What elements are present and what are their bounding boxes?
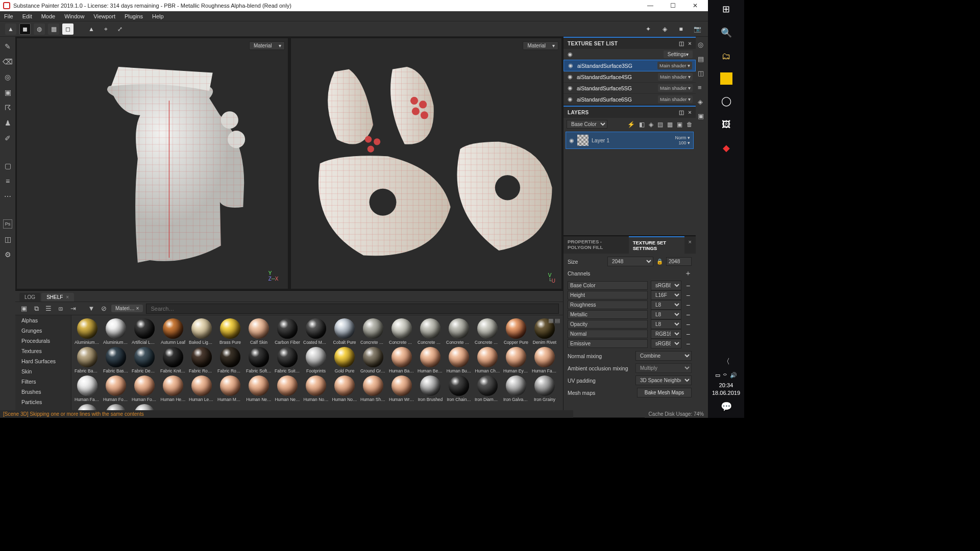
material-item[interactable]: Aluminium … [103, 318, 129, 345]
shader-select[interactable]: Main shader ▾ [658, 73, 693, 81]
material-item[interactable]: Concrete S… [475, 318, 500, 345]
expand-icon[interactable]: ⤢ [114, 23, 126, 35]
shader-select[interactable]: Main shader ▾ [658, 84, 693, 92]
viewport-material-dropdown-2d[interactable]: Material [523, 41, 558, 50]
remove-channel-icon[interactable]: − [684, 311, 692, 319]
menu-file[interactable]: File [4, 13, 13, 19]
material-item[interactable]: Human Bell… [418, 347, 443, 373]
rendermode-flat-icon[interactable]: ◻ [62, 23, 74, 35]
material-item[interactable]: Human He… [160, 375, 186, 402]
volume-icon[interactable]: 🔊 [730, 372, 737, 379]
texture-set-row[interactable]: ◉aiStandardSurface4SGMain shader ▾ [564, 71, 696, 83]
fx-icon[interactable]: ⚡ [627, 121, 635, 128]
substance-icon[interactable]: ◆ [719, 141, 733, 155]
delete-layer-icon[interactable]: 🗑 [687, 121, 693, 128]
material-item[interactable]: Calf Skin [246, 318, 272, 345]
stickynotes-icon[interactable] [720, 72, 732, 85]
taskbar-clock[interactable]: 20:34 18.06.2019 [712, 382, 740, 396]
viewport-2d[interactable]: Material [290, 38, 562, 289]
remove-channel-icon[interactable]: − [684, 301, 692, 309]
shelf-category[interactable]: Textures [15, 346, 71, 356]
material-item[interactable]: Human Bac… [389, 347, 414, 373]
windows-start-icon[interactable]: ⊞ [719, 2, 733, 16]
channel-select[interactable]: Base Color [567, 120, 607, 129]
visibility-icon[interactable]: ◉ [567, 73, 574, 80]
dock-shelf-icon[interactable]: ◎ [698, 41, 706, 49]
material-item[interactable]: Human Leg… [189, 375, 214, 402]
tab-properties[interactable]: PROPERTIES - POLYGON FILL [564, 236, 629, 254]
viewport-3d[interactable]: Material [16, 38, 288, 289]
camera-cube-icon[interactable]: ◈ [659, 23, 670, 35]
channel-format-select[interactable]: L16F [651, 290, 681, 300]
material-item[interactable]: Fabric Suit … [275, 347, 300, 373]
material-item[interactable]: Fabric Rou… [217, 347, 243, 373]
visibility-icon[interactable]: ◉ [567, 96, 574, 103]
adjust-icon[interactable]: ◈ [649, 121, 653, 128]
folder-icon[interactable]: ▣ [19, 304, 29, 313]
shader-select[interactable]: Main shader ▾ [658, 95, 693, 103]
material-item[interactable]: Aluminium … [75, 318, 100, 345]
menu-plugins[interactable]: Plugins [125, 13, 143, 19]
ps-export-icon[interactable]: Ps [3, 219, 12, 229]
remove-channel-icon[interactable]: − [684, 330, 692, 338]
lock-icon[interactable]: 🔒 [656, 258, 663, 265]
material-item[interactable]: Human Ne… [275, 375, 300, 402]
material-item[interactable]: Brass Pure [217, 318, 243, 345]
dock-texset-icon[interactable]: ▣ [698, 112, 706, 120]
material-item[interactable]: Iron Galvan… [503, 375, 529, 402]
eraser-tool-icon[interactable]: ⌫ [3, 57, 12, 66]
material-item[interactable]: Human For… [132, 375, 157, 402]
import-icon[interactable]: ⇥ [68, 304, 78, 313]
shelf-category[interactable]: Brushes [15, 387, 71, 397]
material-item[interactable]: Footprints [303, 347, 329, 373]
material-item[interactable]: Fabric Rough [189, 347, 214, 373]
close-panel-icon[interactable]: × [688, 109, 692, 116]
add-channel-icon[interactable]: ＋ [684, 269, 692, 278]
close-button[interactable]: ✕ [685, 0, 705, 11]
size-select[interactable]: 2048 [607, 257, 653, 266]
video-icon[interactable]: ■ [675, 23, 687, 35]
material-item[interactable]: Human Mo… [217, 375, 243, 402]
material-item[interactable]: Gold Pure [332, 347, 357, 373]
add-layer-icon[interactable]: ▦ [667, 121, 673, 128]
material-item[interactable]: Iron Brushed [418, 375, 443, 402]
remove-channel-icon[interactable]: − [684, 291, 692, 299]
shelf-category[interactable]: Particles [15, 397, 71, 407]
material-item[interactable]: Fabric Knitt… [160, 347, 186, 373]
visibility-icon[interactable]: ◉ [567, 85, 574, 91]
visibility-icon[interactable]: ◉ [567, 62, 574, 69]
list-icon[interactable]: ☰ [44, 304, 53, 313]
wifi-icon[interactable]: ⌔ [723, 372, 727, 379]
material-item[interactable]: Human Bu… [446, 347, 472, 373]
chrome-icon[interactable]: ◯ [719, 94, 733, 108]
texset-settings-button[interactable]: Settings ▾ [664, 51, 693, 58]
material-item[interactable]: Human Wri… [389, 375, 414, 402]
tab-texture-set-settings[interactable]: TEXTURE SET SETTINGS [629, 236, 684, 254]
minimize-button[interactable]: — [641, 0, 660, 11]
settings-gear-icon[interactable]: ⚙ [3, 250, 12, 259]
material-tool-icon[interactable]: ✐ [3, 134, 12, 143]
more-icon[interactable]: ⋯ [3, 192, 12, 201]
clone-tool-icon[interactable]: ♟ [3, 118, 12, 128]
material-item[interactable]: Fabric Soft … [246, 347, 272, 373]
menu-window[interactable]: Window [64, 13, 84, 19]
close-panel-icon[interactable]: × [684, 236, 696, 254]
filter-chip[interactable]: Materi… × [111, 305, 143, 312]
dock-history-icon[interactable]: ◫ [698, 69, 706, 78]
channel-format-select[interactable]: L8 [651, 319, 681, 329]
brush-tool-icon[interactable]: ✎ [3, 42, 12, 51]
clear-filter-icon[interactable]: ⊘ [99, 304, 108, 313]
tray-expand-icon[interactable]: 〈 [719, 355, 733, 369]
channel-format-select[interactable]: sRGB8 [651, 339, 681, 348]
cube-icon[interactable]: ▢ [3, 161, 12, 170]
texture-set-row[interactable]: ◉aiStandardSurface5SGMain shader ▾ [564, 83, 696, 94]
channel-format-select[interactable]: sRGB8 [651, 281, 681, 290]
material-item[interactable]: Fabric Base… [103, 347, 129, 373]
material-item[interactable]: Human Fac… [532, 347, 557, 373]
rendermode-sphere-icon[interactable]: ◍ [34, 23, 45, 35]
material-item[interactable]: Ground Gra… [360, 347, 386, 373]
remove-channel-icon[interactable]: − [684, 282, 692, 290]
material-item[interactable]: Human Shi… [360, 375, 386, 402]
shelf-category[interactable]: Grunges [15, 325, 71, 336]
material-item[interactable]: Autumn Leaf [160, 318, 186, 345]
